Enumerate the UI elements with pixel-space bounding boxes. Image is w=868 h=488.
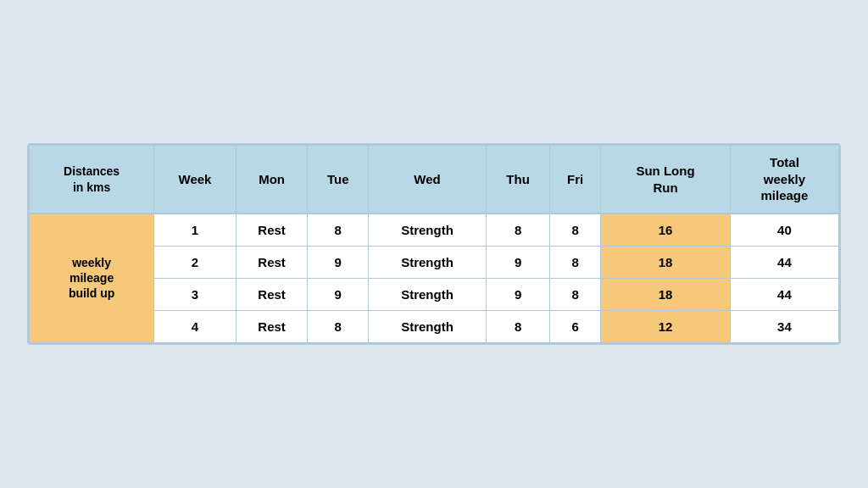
header-tue: Tue [308, 146, 369, 214]
table-cell: 8 [550, 278, 601, 310]
header-thu: Thu [486, 146, 549, 214]
table-cell: 44 [730, 246, 838, 278]
table-cell: Rest [236, 214, 308, 247]
table-cell: 9 [308, 246, 369, 278]
table-cell: 1 [154, 214, 236, 247]
schedule-table-wrapper: Distances in kms Week Mon Tue Wed Thu Fr… [27, 143, 841, 345]
table-cell: 34 [730, 310, 838, 342]
schedule-table: Distances in kms Week Mon Tue Wed Thu Fr… [29, 145, 839, 343]
table-cell: Strength [369, 214, 487, 247]
table-cell: Rest [236, 278, 308, 310]
table-cell: 6 [550, 310, 601, 342]
header-wed: Wed [369, 146, 487, 214]
header-fri: Fri [550, 146, 601, 214]
header-distances: Distances in kms [30, 146, 154, 214]
table-cell: 2 [154, 246, 236, 278]
header-mon: Mon [236, 146, 308, 214]
table-cell: 8 [308, 310, 369, 342]
header-total: Total weekly mileage [730, 146, 838, 214]
table-cell: 12 [601, 310, 731, 342]
table-cell: Rest [236, 310, 308, 342]
table-cell: 8 [486, 214, 549, 247]
table-cell: Strength [369, 310, 487, 342]
table-cell: 40 [730, 214, 838, 247]
table-cell: 18 [601, 278, 731, 310]
table-cell: 16 [601, 214, 731, 247]
table-cell: 3 [154, 278, 236, 310]
table-cell: 4 [154, 310, 236, 342]
table-cell: 8 [550, 214, 601, 247]
table-cell: 8 [550, 246, 601, 278]
table-cell: Rest [236, 246, 308, 278]
table-cell: Strength [369, 278, 487, 310]
table-cell: 18 [601, 246, 731, 278]
table-cell: 9 [308, 278, 369, 310]
table-cell: 9 [486, 246, 549, 278]
table-cell: 9 [486, 278, 549, 310]
header-sun: Sun Long Run [601, 146, 731, 214]
table-cell: 8 [486, 310, 549, 342]
header-week: Week [154, 146, 236, 214]
row-label-cell: weekly mileage build up [30, 214, 154, 343]
table-cell: 44 [730, 278, 838, 310]
table-cell: 8 [308, 214, 369, 247]
table-cell: Strength [369, 246, 487, 278]
